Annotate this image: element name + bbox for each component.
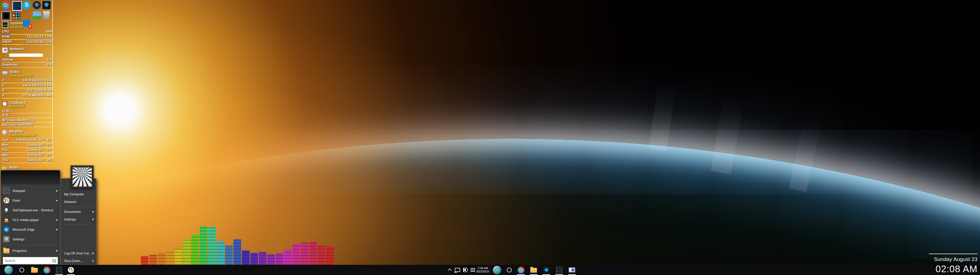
disks-icon (2, 71, 8, 75)
search-icon[interactable] (52, 259, 56, 262)
submenu-arrow-icon: ▶ (92, 210, 94, 213)
system-monitor-icon (2, 22, 8, 28)
desktop: S⚙✹⏻ System 14:05:57 CPU16%RAM14.3 GB/31… (0, 0, 980, 275)
visualizer-bar (326, 247, 334, 265)
taskbar-battlenet-icon[interactable]: ✹ (541, 265, 552, 275)
widget-row-sun: SunPartly Cloudy, 54° - 61° (2, 138, 52, 143)
widget-row-a: A:221.6 MB/400.0 MB (2, 93, 52, 98)
weather-current: Partly Cloudy. 61° (9, 133, 37, 137)
menu-item-notepad[interactable]: Notepad▶ (1, 186, 60, 196)
submenu-item-my-computer[interactable]: My Computer (60, 190, 96, 198)
widget-row-c: C:135.9 GB/476.9 GB (2, 78, 52, 83)
rainmeter-widget: System 14:05:57 CPU16%RAM14.3 GB/31.7 GB… (2, 21, 52, 171)
taskbar-system-monitor-icon[interactable] (566, 265, 578, 275)
visualizer-bar (293, 244, 300, 265)
tray-action-center-icon[interactable] (469, 265, 476, 275)
disks-title: Disks (10, 70, 33, 74)
desktop-icons: S⚙✹⏻ (2, 1, 10, 17)
widget-row-tue: TueSunny, 51° - 77° (2, 148, 52, 153)
clock-date: Sunday August 23 (929, 256, 977, 262)
submenu-arrow-icon: ▶ (92, 218, 94, 221)
menu-item-setclipboard-exe-shortcut[interactable]: SetClipboard.exe - Shortcut (1, 205, 60, 215)
search-input[interactable] (3, 259, 52, 262)
widget-row-download: Download0 B (2, 63, 52, 68)
desktop-icon-skype-icon[interactable]: S (22, 1, 30, 9)
submenu-item-network[interactable]: Network (60, 198, 96, 205)
notes-title: Notes (9, 166, 19, 169)
visualizer-bar (318, 246, 325, 265)
tiger-avatar (71, 166, 94, 188)
widget-row-mon: MonSunny, 49° - 74° (2, 143, 52, 148)
taskbar-cortana-ring-icon[interactable] (16, 265, 27, 275)
taskbar-notepad-icon[interactable] (53, 265, 65, 275)
visualizer-bar (183, 239, 191, 265)
weather-icon (2, 130, 7, 135)
tray-clock[interactable]: 2:08 AM 8/23/2015 (476, 265, 490, 275)
visualizer-bar (175, 249, 182, 265)
desktop-icon-app-tiles-icon[interactable] (12, 11, 21, 19)
clipboard-icon (2, 101, 7, 106)
taskbar-start-orb-icon[interactable] (3, 265, 14, 275)
taskbar-chrome-icon[interactable] (41, 265, 52, 275)
visualizer-bar (242, 251, 250, 265)
menu-item-paint[interactable]: Paint▶ (1, 196, 60, 205)
taskbar-file-explorer-icon[interactable] (29, 265, 40, 275)
audio-visualizer (141, 226, 334, 265)
submenu-arrow-icon: ▶ (92, 252, 94, 254)
notepad-icon (3, 188, 10, 194)
visualizer-bar (275, 253, 283, 265)
menu-item-microsoft-edge[interactable]: eMicrosoft Edge▶ (1, 224, 60, 234)
visualizer-bar (259, 252, 266, 265)
weather-title: Weather (9, 130, 37, 133)
menu-item-vlc-media-player[interactable]: VLC media player▶ (1, 215, 60, 224)
taskbar: ✹ 2:08 AM 8/23/2015 (0, 265, 980, 275)
desktop-icon-window-frames-icon[interactable] (2, 11, 11, 21)
menu-item-programs[interactable]: Programs▶ (1, 246, 60, 255)
submenu-item-log-off-jcee-car[interactable]: Log Off Jcee Car...▶ (60, 249, 96, 257)
tray-volume-icon[interactable] (461, 265, 469, 275)
tray-network-icon[interactable] (454, 265, 461, 275)
droplet-icon (4, 207, 8, 213)
disks-usage-summary: 28% used of C: (10, 74, 33, 77)
visualizer-bar (284, 250, 292, 265)
taskbar-file-explorer-icon[interactable] (528, 265, 539, 275)
desktop-icon-steam-icon[interactable]: ⚙ (33, 1, 41, 9)
visualizer-bar (141, 256, 148, 265)
clock-time: 02:08 AM (929, 264, 977, 275)
taskbar-cortana-ring-icon[interactable] (503, 265, 515, 275)
widget-row-d: D:811.7 GB/1.5 TB (2, 89, 52, 93)
taskbar-paint-icon[interactable] (65, 265, 76, 275)
desktop-icon-windows-xp-display-icon[interactable] (33, 11, 41, 20)
submenu-arrow-icon: ▶ (56, 228, 58, 231)
submenu-item-shut-down[interactable]: Shut Down...▶ (60, 257, 96, 265)
network-ssid-redacted (9, 54, 43, 57)
submenu-item-settings[interactable]: Settings▶ (60, 215, 96, 223)
visualizer-bar (309, 242, 317, 265)
visualizer-bar (166, 251, 174, 265)
visualizer-bar (191, 234, 199, 265)
visualizer-bar (267, 254, 275, 265)
taskbar-start-orb-icon[interactable] (491, 265, 503, 275)
monitor-divider (490, 266, 490, 274)
visualizer-bar (158, 253, 165, 265)
clipboard-title: Clipboard (9, 101, 26, 105)
taskbar-notepad-icon[interactable] (553, 265, 565, 275)
notes-icon (2, 166, 7, 170)
taskbar-chrome-icon[interactable] (515, 265, 527, 275)
visualizer-bar (217, 241, 224, 265)
desktop-icon-my-computer-icon[interactable] (12, 1, 22, 11)
submenu-arrow-icon: ▶ (92, 259, 94, 262)
submenu-item-documents[interactable]: Documents▶ (60, 208, 96, 215)
widget-row-wed: WedSunny, 52° - 77° (2, 153, 52, 158)
tray-hidden-icons-chevron[interactable] (447, 265, 453, 275)
tray-date: 8/23/2015 (477, 270, 489, 273)
desktop-icon-chrome-icon[interactable] (2, 1, 10, 9)
clipboard-line: W=(#skin.Width#-12) (2, 118, 52, 123)
visualizer-bar (200, 226, 207, 265)
desktop-icon-battlenet-icon[interactable]: ✹ (42, 1, 51, 9)
clipboard-line: BarColor=00000001 (2, 123, 52, 127)
start-submenu: My ComputerNetworkDocuments▶Settings▶Log… (60, 178, 97, 265)
menu-item-settings[interactable]: ⚙Settings (1, 234, 60, 244)
edge-icon: e (3, 226, 10, 232)
search-box[interactable] (3, 257, 58, 264)
